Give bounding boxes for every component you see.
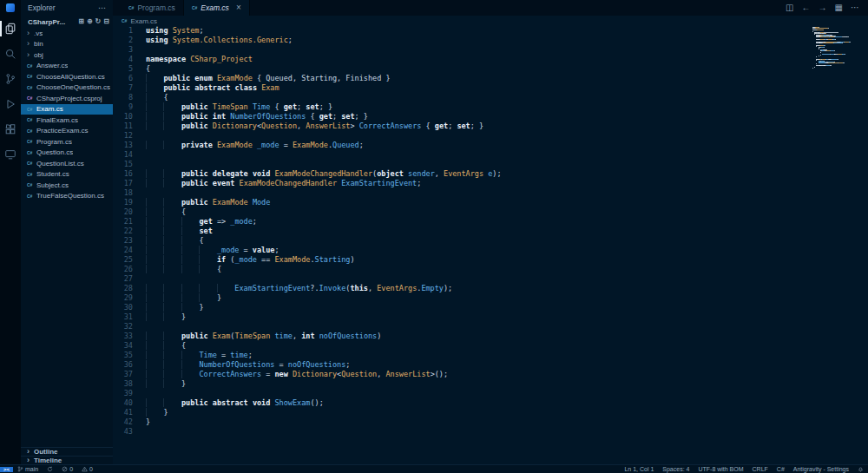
code-line[interactable]: 27: [113, 274, 868, 284]
status-errors-count[interactable]: 0: [57, 465, 77, 473]
tree-item-Program.cs[interactable]: C#Program.cs: [21, 136, 113, 148]
code-line[interactable]: 25 if (_mode == ExamMode.Starting): [113, 255, 868, 265]
code-line[interactable]: 9 public TimeSpan Time { get; set; }: [113, 102, 868, 112]
code-line[interactable]: 32: [113, 322, 868, 332]
extensions-icon[interactable]: [0, 120, 21, 139]
split-editor-icon[interactable]: ◫: [786, 3, 793, 12]
code-line[interactable]: 38 }: [113, 379, 868, 389]
status-cursor-position[interactable]: Ln 1, Col 1: [620, 465, 658, 473]
remote-indicator[interactable]: ><: [0, 467, 13, 472]
code-line[interactable]: 12: [113, 131, 868, 141]
run-debug-icon[interactable]: [0, 95, 21, 114]
explorer-icon[interactable]: [0, 19, 21, 38]
explorer-more-icon[interactable]: ⋯: [98, 3, 106, 12]
project-section-header[interactable]: CSharpPr... ⊞⊕↻⊟: [21, 16, 113, 28]
refresh-explorer-icon[interactable]: ↻: [95, 18, 102, 25]
code-line[interactable]: 42}: [113, 417, 868, 427]
code-line[interactable]: 17 public event ExamModeChangedHandler E…: [113, 179, 868, 188]
code-line[interactable]: 5{: [113, 64, 868, 74]
navigate-back-icon[interactable]: ←: [802, 3, 811, 12]
code-line[interactable]: 37 CorrectAnswers = new Dictionary<Quest…: [113, 370, 868, 379]
tree-item-obj[interactable]: ›obj: [21, 49, 113, 61]
code-line[interactable]: 43: [113, 427, 868, 437]
code-line[interactable]: 6 public enum ExamMode { Queued, Startin…: [113, 74, 868, 83]
tab-Program.cs[interactable]: C#Program.cs: [121, 0, 184, 16]
status-encoding[interactable]: UTF-8 with BOM: [694, 465, 747, 473]
code-line[interactable]: 20 {: [113, 207, 868, 217]
code-line[interactable]: 4namespace CSharp_Project: [113, 55, 868, 64]
code-line[interactable]: 29 }: [113, 293, 868, 303]
code-line[interactable]: 24 _mode = value;: [113, 246, 868, 255]
minimap[interactable]: [812, 27, 856, 69]
line-number: 30: [113, 303, 133, 312]
code-line[interactable]: 18: [113, 188, 868, 198]
code-line[interactable]: 14: [113, 150, 868, 160]
code-line[interactable]: 1using System;: [113, 26, 868, 36]
code-line[interactable]: 21 get => _mode;: [113, 217, 868, 227]
code-line[interactable]: 34 {: [113, 341, 868, 351]
code-line[interactable]: 36 NumberOfQuestions = noOfQuestions;: [113, 360, 868, 370]
tree-item-bin[interactable]: ›bin: [21, 39, 113, 50]
code-line[interactable]: 11 public Dictionary<Question, AnswerLis…: [113, 122, 868, 131]
tree-item-PracticeExam.cs[interactable]: C#PracticeExam.cs: [21, 126, 113, 137]
tree-item-FinalExam.cs[interactable]: C#FinalExam.cs: [21, 115, 113, 126]
status-language-mode[interactable]: C#: [773, 465, 789, 473]
code-line[interactable]: 7 public abstract class Exam: [113, 83, 868, 93]
code-line[interactable]: 30 }: [113, 303, 868, 312]
tree-item-ChooseAllQuestion.cs[interactable]: C#ChooseAllQuestion.cs: [21, 71, 113, 82]
tab-Exam.cs[interactable]: C#Exam.cs×: [184, 0, 250, 16]
code-line[interactable]: 26 {: [113, 265, 868, 274]
new-file-icon[interactable]: ⊞: [78, 18, 84, 25]
tree-item-Student.cs[interactable]: C#Student.cs: [21, 169, 113, 181]
tree-item-.vs[interactable]: ›.vs: [21, 28, 113, 39]
code-line[interactable]: 10 public int NumberOfQuestions { get; s…: [113, 112, 868, 122]
breadcrumb[interactable]: C# Exam.cs: [113, 16, 868, 26]
code-line[interactable]: 22 set: [113, 227, 868, 236]
status-git-branch[interactable]: main: [13, 465, 43, 473]
status-eol-sequence[interactable]: CRLF: [748, 465, 773, 473]
section-timeline[interactable]: ›Timeline: [21, 456, 113, 464]
code-line[interactable]: 28 ExamStartingEvent?.Invoke(this, Event…: [113, 284, 868, 293]
more-actions-icon[interactable]: ⋯: [851, 3, 859, 12]
code-line[interactable]: 3: [113, 45, 868, 55]
tree-item-Answer.cs[interactable]: C#Answer.cs: [21, 61, 113, 72]
tree-item-QuestionList.cs[interactable]: C#QuestionList.cs: [21, 158, 113, 169]
layout-icon[interactable]: ▦: [835, 3, 843, 12]
code-line[interactable]: 41 }: [113, 408, 868, 417]
tree-item-Subject.cs[interactable]: C#Subject.cs: [21, 180, 113, 191]
code-line[interactable]: 13 private ExamMode _mode = ExamMode.Que…: [113, 141, 868, 150]
status-sync-changes[interactable]: [43, 465, 57, 473]
status-notifications[interactable]: [853, 465, 868, 473]
code-editor[interactable]: 1using System;2using System.Collections.…: [113, 26, 868, 464]
code-line[interactable]: 23 {: [113, 236, 868, 246]
line-content: public delegate void ExamModeChangedHand…: [133, 169, 502, 179]
section-outline[interactable]: ›Outline: [21, 447, 113, 456]
csharp-file-icon: C#: [27, 128, 36, 134]
new-folder-icon[interactable]: ⊕: [87, 18, 93, 25]
close-tab-icon[interactable]: ×: [236, 3, 241, 12]
code-line[interactable]: 39: [113, 389, 868, 398]
tree-item-ChooseOneQuestion.cs[interactable]: C#ChooseOneQuestion.cs: [21, 82, 113, 94]
tree-item-Exam.cs[interactable]: C#Exam.cs: [21, 104, 113, 115]
code-line[interactable]: 40 public abstract void ShowExam();: [113, 398, 868, 408]
status-indentation[interactable]: Spaces: 4: [658, 465, 694, 473]
tree-item-CSharpProject.csproj[interactable]: C#CSharpProject.csproj: [21, 93, 113, 104]
code-line[interactable]: 2using System.Collections.Generic;: [113, 36, 868, 45]
code-line[interactable]: 31 }: [113, 312, 868, 322]
tree-item-label: obj: [34, 51, 43, 59]
code-line[interactable]: 15: [113, 160, 868, 169]
remote-explorer-icon[interactable]: [0, 145, 21, 164]
navigate-forward-icon[interactable]: →: [819, 3, 827, 12]
source-control-icon[interactable]: [0, 69, 21, 89]
code-line[interactable]: 8 {: [113, 93, 868, 102]
code-line[interactable]: 16 public delegate void ExamModeChangedH…: [113, 169, 868, 179]
collapse-folders-icon[interactable]: ⊟: [103, 18, 109, 25]
code-line[interactable]: 35 Time = time;: [113, 351, 868, 360]
status-warnings-count[interactable]: 0: [77, 465, 97, 473]
code-line[interactable]: 33 public Exam(TimeSpan time, int noOfQu…: [113, 332, 868, 341]
tree-item-TrueFalseQuestion.cs[interactable]: C#TrueFalseQuestion.cs: [21, 191, 113, 202]
search-icon[interactable]: [0, 44, 21, 63]
status-antigravity-settings[interactable]: Antigravity - Settings: [789, 465, 853, 473]
code-line[interactable]: 19 public ExamMode Mode: [113, 198, 868, 207]
tree-item-Question.cs[interactable]: C#Question.cs: [21, 148, 113, 159]
